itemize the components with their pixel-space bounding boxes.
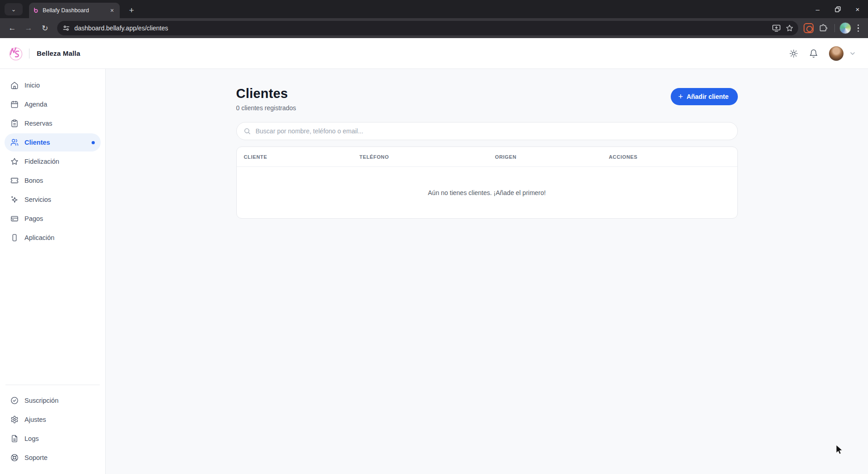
chevron-down-icon: ⌄ [11, 6, 16, 13]
sidebar-item-ajustes[interactable]: Ajustes [5, 410, 101, 429]
install-app-icon[interactable] [772, 24, 781, 32]
star-icon [10, 157, 19, 166]
sidebar-label: Bonos [24, 177, 43, 184]
close-icon: × [856, 5, 860, 13]
sidebar-spacer [5, 248, 101, 380]
site-settings-icon[interactable] [63, 24, 70, 32]
tab-close-icon[interactable]: × [108, 6, 116, 15]
sidebar-label: Logs [24, 435, 39, 442]
plus-icon: + [129, 5, 134, 15]
column-header-acciones: ACCIONES [609, 154, 737, 160]
active-indicator-dot [92, 141, 95, 144]
ticket-icon [10, 176, 19, 185]
credit-card-icon [10, 215, 19, 223]
sidebar-item-pagos[interactable]: Pagos [5, 210, 101, 228]
header-divider [29, 49, 29, 59]
plus-icon: + [678, 93, 683, 101]
sidebar-item-reservas[interactable]: Reservas [5, 114, 101, 132]
web-page: Belleza Malla [0, 38, 868, 474]
clients-table-card: CLIENTE TELÉFONO ORIGEN ACCIONES Aún no … [236, 147, 738, 219]
bell-icon [809, 49, 818, 58]
sidebar-item-logs[interactable]: Logs [5, 430, 101, 448]
browser-menu-button[interactable] [854, 24, 863, 32]
puzzle-icon [819, 24, 828, 33]
add-client-label: Añadir cliente [687, 93, 729, 100]
clipboard-icon [10, 119, 19, 127]
bookmark-star-icon[interactable] [785, 24, 794, 32]
sidebar-item-bonos[interactable]: Bonos [5, 171, 101, 190]
app-body: Inicio Agenda Reservas [0, 69, 868, 474]
home-icon [10, 81, 19, 89]
tab-search-button[interactable]: ⌄ [5, 3, 23, 15]
reload-icon: ↻ [42, 24, 48, 33]
title-row: Clientes 0 clientes registrados + Añadir… [236, 86, 738, 112]
life-buoy-icon [10, 454, 19, 462]
sidebar-label: Soporte [24, 454, 48, 461]
column-header-origen: ORIGEN [495, 154, 609, 160]
users-icon [10, 138, 19, 147]
favicon-icon [33, 7, 39, 14]
sidebar-item-fidelizacion[interactable]: Fidelización [5, 152, 101, 171]
sidebar-label: Clientes [24, 139, 50, 146]
restore-icon [835, 6, 841, 12]
sidebar: Inicio Agenda Reservas [0, 69, 106, 474]
browser-toolbar: ← → ↻ dashboard.bellafy.app/es/clientes [0, 18, 868, 38]
reload-button[interactable]: ↻ [38, 21, 52, 35]
close-button[interactable]: × [851, 2, 864, 16]
sidebar-divider [5, 385, 100, 385]
sidebar-item-inicio[interactable]: Inicio [5, 76, 101, 94]
sidebar-item-suscripcion[interactable]: Suscripción [5, 391, 101, 410]
sidebar-item-servicios[interactable]: Servicios [5, 191, 101, 209]
file-text-icon [10, 435, 19, 443]
extensions-button[interactable] [816, 21, 830, 35]
chevron-down-icon[interactable] [849, 50, 856, 57]
user-avatar[interactable] [829, 46, 844, 61]
sidebar-label: Servicios [24, 196, 51, 203]
tab-title: Bellafy Dashboard [43, 7, 104, 14]
new-tab-button[interactable]: + [125, 4, 138, 17]
browser-tab[interactable]: Bellafy Dashboard × [29, 3, 120, 18]
mouse-cursor [834, 445, 844, 455]
theme-toggle-button[interactable] [789, 49, 798, 58]
bellafy-logo [7, 45, 24, 62]
screen: ⌄ Bellafy Dashboard × + – × [0, 0, 868, 474]
clientes-content: Clientes 0 clientes registrados + Añadir… [236, 69, 738, 219]
toolbar-divider [834, 24, 835, 32]
sidebar-item-agenda[interactable]: Agenda [5, 95, 101, 113]
sidebar-label: Inicio [24, 82, 40, 89]
notifications-button[interactable] [809, 49, 818, 58]
browser-profile-avatar[interactable] [839, 22, 851, 34]
extension-capture-icon[interactable] [804, 23, 814, 33]
clients-count-subtitle: 0 clientes registrados [236, 104, 296, 112]
search-icon [244, 127, 251, 137]
url-text[interactable]: dashboard.bellafy.app/es/clientes [74, 24, 767, 32]
sidebar-label: Reservas [24, 120, 52, 127]
back-button[interactable]: ← [5, 21, 19, 35]
sparkles-icon [10, 195, 19, 204]
sidebar-item-clientes[interactable]: Clientes [5, 133, 101, 151]
restore-button[interactable] [831, 2, 844, 16]
sidebar-label: Fidelización [24, 158, 59, 165]
sidebar-item-aplicacion[interactable]: Aplicación [5, 229, 101, 247]
circle-check-icon [10, 396, 19, 405]
column-header-telefono: TELÉFONO [360, 154, 495, 160]
sidebar-label: Ajustes [24, 416, 46, 423]
forward-icon: → [25, 24, 33, 33]
address-bar[interactable]: dashboard.bellafy.app/es/clientes [57, 21, 798, 35]
sidebar-label: Agenda [24, 101, 47, 108]
sidebar-label: Suscripción [24, 397, 59, 404]
minimize-button[interactable]: – [811, 2, 824, 16]
page-title: Clientes [236, 86, 296, 101]
search-input[interactable] [236, 122, 738, 140]
window-controls: – × [811, 0, 864, 18]
header-actions [789, 46, 856, 61]
business-name: Belleza Malla [37, 49, 80, 57]
forward-button[interactable]: → [22, 21, 35, 35]
sidebar-label: Aplicación [24, 234, 54, 241]
minimize-icon: – [816, 5, 819, 13]
add-client-button[interactable]: + Añadir cliente [671, 88, 737, 105]
sidebar-item-soporte[interactable]: Soporte [5, 449, 101, 467]
back-icon: ← [9, 24, 16, 33]
empty-state-message: Aún no tienes clientes. ¡Añade el primer… [237, 167, 737, 218]
smartphone-icon [10, 234, 19, 242]
